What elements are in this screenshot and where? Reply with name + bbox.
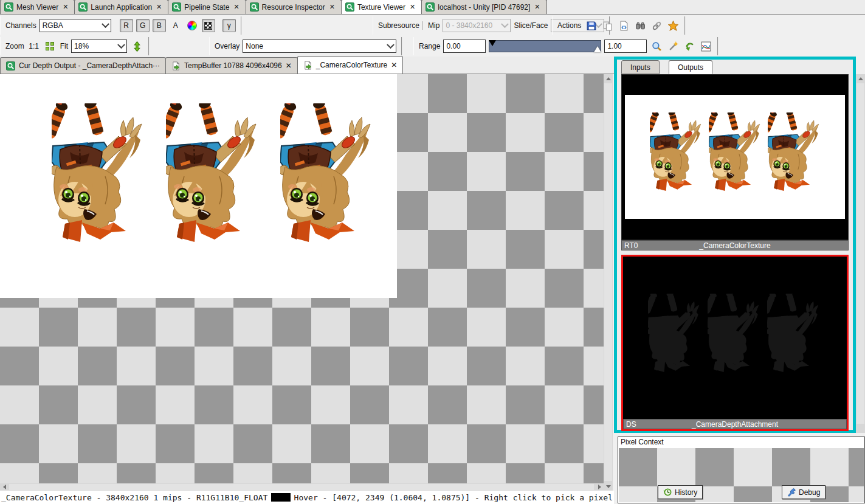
debug-button[interactable]: Debug (782, 485, 825, 499)
checkerboard-backcolor-button[interactable] (202, 19, 215, 32)
zoom-level-value: 18% (74, 42, 115, 50)
tab-launch-application[interactable]: Launch Application ✕ (74, 0, 168, 14)
texture-tab-cameracolortexture[interactable]: _CameraColorTexture ✕ (297, 56, 403, 74)
viewport-horizontal-scrollbar[interactable] (0, 483, 604, 491)
tab-pipeline-state[interactable]: Pipeline State ✕ (168, 0, 246, 14)
viewport-vertical-scrollbar[interactable] (604, 74, 613, 491)
history-button[interactable]: History (658, 485, 703, 499)
zoom-toolbar: Zoom 1:1 Fit 18% Overlay None Range 0.00… (0, 36, 865, 57)
texture-tab-label: _CameraColorTexture (316, 61, 387, 69)
ds-label-bar[interactable]: DS _CameraDepthAttachment (623, 419, 847, 429)
chevron-down-icon (102, 20, 109, 28)
scroll-up-button[interactable] (856, 74, 865, 83)
renderdoc-icon (172, 2, 181, 12)
tab-inputs[interactable]: Inputs (621, 60, 660, 74)
scrollbar-thumb[interactable] (9, 484, 594, 490)
pixel-context-title: Pixel Context (618, 437, 864, 447)
channels-toolbar: Channels RGBA R G B A γ Subresource Mip … (0, 15, 865, 36)
channels-select[interactable]: RGBA (40, 19, 111, 32)
blue-channel-button[interactable]: B (153, 19, 166, 32)
texture-tab-depth-output[interactable]: Cur Depth Output - _CameraDepthAttach··· (0, 57, 166, 74)
tab-outputs[interactable]: Outputs (669, 60, 712, 74)
flip-y-button[interactable] (130, 40, 143, 53)
reset-range-button[interactable] (683, 40, 696, 53)
range-max-value: 1.00 (607, 42, 621, 50)
texture-viewport[interactable] (0, 74, 604, 483)
fit-label: Fit (60, 42, 68, 50)
close-icon[interactable]: ✕ (408, 3, 416, 11)
close-icon[interactable]: ✕ (328, 3, 336, 11)
range-group: Range 0.00 1.00 (413, 37, 719, 55)
blackpoint-handle[interactable] (489, 40, 496, 46)
rt0-label-bar[interactable]: RT0 _CameraColorTexture (621, 240, 849, 250)
overlay-label: Overlay (215, 42, 240, 50)
histogram-button[interactable] (699, 40, 712, 53)
scrollbar-thumb[interactable] (604, 83, 612, 481)
tab-mesh-viewer[interactable]: Mesh Viewer ✕ (0, 0, 75, 14)
tab-label: Mesh Viewer (16, 3, 58, 12)
character-sprite (650, 112, 701, 193)
arrow-left-icon (3, 485, 6, 489)
actions-group: Actions (552, 16, 686, 35)
scroll-up-button[interactable] (604, 74, 613, 83)
close-icon[interactable]: ✕ (286, 61, 292, 70)
find-button[interactable] (633, 19, 647, 32)
character-silhouette (767, 294, 819, 375)
range-min-value: 0.00 (446, 42, 460, 50)
tab-resource-inspector[interactable]: Resource Inspector ✕ (246, 0, 342, 14)
subresource-label: Subresource (378, 21, 419, 30)
character-silhouette (648, 294, 700, 375)
range-max-input[interactable]: 1.00 (604, 40, 647, 53)
texture-page-icon (303, 61, 312, 70)
resource-preview-panel: Inputs Outputs RT0 _CameraColorTexture (614, 57, 865, 504)
custom-shader-button[interactable] (666, 19, 680, 32)
zoom-label: Zoom (5, 42, 24, 50)
scroll-right-button[interactable] (595, 483, 604, 491)
arrow-up-icon (606, 77, 611, 80)
zoom-level-combo[interactable]: 18% (71, 40, 127, 53)
alpha-channel-button[interactable]: A (169, 19, 182, 32)
autofit-wand-button[interactable] (666, 40, 680, 53)
close-icon[interactable]: ✕ (155, 3, 163, 11)
checkerboard-icon (204, 22, 212, 30)
close-icon[interactable]: ✕ (232, 3, 240, 11)
output-rt0-preview[interactable]: RT0 _CameraColorTexture (621, 74, 849, 250)
autofit-range-button[interactable] (650, 40, 663, 53)
red-channel-button[interactable]: R (120, 19, 133, 32)
save-button[interactable] (584, 19, 598, 32)
texture-tab-tempbuffer[interactable]: TempBuffer 10788 4096x4096 ✕ (165, 57, 298, 74)
tab-texture-viewer[interactable]: Texture Viewer ✕ (341, 0, 422, 14)
chevron-down-icon (117, 41, 125, 49)
magic-wand-icon (668, 41, 678, 52)
zoom-1to1-button[interactable]: 1:1 (27, 40, 41, 53)
history-clock-icon (663, 488, 672, 497)
range-min-input[interactable]: 0.00 (443, 40, 486, 53)
renderdoc-icon (6, 61, 15, 71)
tab-localhost-unity[interactable]: localhost - Unity [PID 47692] ✕ (421, 0, 546, 14)
copy-icon (602, 21, 613, 31)
copy-button[interactable] (601, 19, 614, 32)
follow-link-button[interactable] (650, 19, 663, 32)
green-channel-button[interactable]: G (136, 19, 150, 32)
pixel-context-canvas[interactable]: History Debug (619, 448, 864, 502)
close-icon[interactable]: ✕ (61, 3, 69, 11)
gamma-button[interactable]: γ (222, 19, 236, 32)
panel-vertical-scrollbar[interactable] (856, 74, 865, 433)
close-icon[interactable]: ✕ (533, 3, 541, 11)
character-sprite (280, 103, 371, 246)
scroll-down-button[interactable] (604, 482, 613, 491)
fit-button[interactable] (44, 40, 57, 53)
range-slider[interactable] (489, 40, 601, 52)
picked-color-swatch (271, 493, 290, 502)
scrollbar-thumb[interactable] (856, 83, 864, 424)
channels-value: RGBA (43, 21, 99, 30)
whitepoint-handle[interactable] (594, 46, 601, 52)
output-ds-preview[interactable]: DS _CameraDepthAttachment (621, 255, 849, 431)
fit-icon (46, 42, 55, 51)
close-icon[interactable]: ✕ (391, 61, 397, 69)
colorwheel-button[interactable] (185, 19, 199, 32)
scroll-left-button[interactable] (0, 483, 9, 491)
view-as-buffer-button[interactable] (617, 19, 630, 32)
overlay-select[interactable]: None (243, 40, 396, 53)
texture-image[interactable] (0, 74, 397, 298)
